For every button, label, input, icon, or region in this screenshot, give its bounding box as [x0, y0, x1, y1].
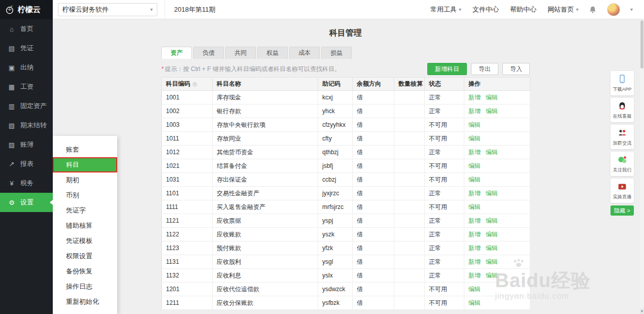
- add-link[interactable]: 新增: [468, 108, 481, 115]
- float-join-group[interactable]: 加群交流: [611, 125, 634, 149]
- edit-link[interactable]: 编辑: [486, 231, 498, 238]
- cell-qty: [394, 241, 425, 255]
- topbar-link-site-home[interactable]: 网站首页▾: [548, 5, 579, 14]
- cell-direction: 借: [353, 104, 394, 118]
- submenu-item-voucher-template[interactable]: 凭证模板: [53, 233, 117, 249]
- tab-assets[interactable]: 资产: [161, 47, 192, 59]
- edit-link[interactable]: 编辑: [486, 149, 498, 156]
- bell-icon[interactable]: [589, 6, 597, 14]
- edit-link[interactable]: 编辑: [486, 190, 498, 197]
- edit-link[interactable]: 编辑: [468, 176, 481, 183]
- float-follow-us[interactable]: 关注我们: [611, 152, 634, 176]
- scrollbar-thumb[interactable]: [640, 20, 643, 68]
- cell-mnemonic: jsbfj: [318, 159, 353, 173]
- avatar[interactable]: [607, 3, 620, 16]
- edit-link[interactable]: 编辑: [486, 245, 498, 252]
- add-link[interactable]: 新增: [468, 272, 481, 279]
- tab-cost[interactable]: 成本: [289, 47, 320, 59]
- topbar-link-file-center[interactable]: 文件中心: [472, 5, 499, 14]
- sidebar-item-voucher[interactable]: ▤凭证: [0, 39, 53, 58]
- search-hint: *提示：按 Ctrl + F 键并输入科目编码或者科目名称可以查找科目。: [161, 65, 341, 74]
- scroll-down-arrow-icon[interactable]: ▼: [640, 308, 644, 314]
- column-header-status: 状态: [425, 78, 464, 91]
- add-link[interactable]: 新增: [468, 94, 481, 101]
- scrollbar: ▼: [640, 19, 644, 314]
- submenu-item-backup-restore[interactable]: 备份恢复: [53, 264, 117, 279]
- submenu-item-voucher-word[interactable]: 凭证字: [53, 203, 117, 218]
- edit-link[interactable]: 编辑: [468, 299, 481, 306]
- submenu-item-subjects[interactable]: 科目: [53, 157, 117, 172]
- cell-qty: [394, 228, 425, 241]
- topbar-link-label: 网站首页: [548, 5, 574, 14]
- cell-qty: [394, 159, 425, 173]
- hide-floatbar-button[interactable]: 隐藏 >: [611, 205, 634, 216]
- float-live-stream[interactable]: 实操直播: [611, 179, 634, 203]
- column-header-label: 余额方向: [357, 80, 381, 87]
- tab-liabilities[interactable]: 负债: [193, 47, 224, 59]
- topbar-link-common-tools[interactable]: 常用工具▾: [430, 5, 461, 14]
- cell-code: 1031: [162, 173, 213, 187]
- add-link[interactable]: 新增: [468, 258, 481, 265]
- submenu-item-operation-log[interactable]: 操作日志: [53, 279, 117, 294]
- add-subject-button[interactable]: 新增科目: [427, 63, 467, 75]
- edit-link[interactable]: 编辑: [468, 286, 481, 293]
- cell-status: 不可用: [425, 118, 464, 132]
- sidebar-item-home[interactable]: ⌂首页: [0, 19, 53, 39]
- cell-code: 1121: [162, 214, 213, 228]
- edit-link[interactable]: 编辑: [468, 162, 481, 169]
- sidebar-item-tax[interactable]: ¥税务: [0, 173, 53, 193]
- edit-link[interactable]: 编辑: [486, 217, 498, 224]
- add-link[interactable]: 新增: [468, 245, 481, 252]
- sidebar-item-cashier[interactable]: ▣出纳: [0, 58, 53, 77]
- sidebar-item-fixed-assets[interactable]: ▥固定资产: [0, 96, 53, 116]
- add-link[interactable]: 新增: [468, 149, 481, 156]
- edit-link[interactable]: 编辑: [468, 203, 481, 211]
- tab-profit-loss[interactable]: 损益: [321, 47, 352, 59]
- avatar-chevron-icon[interactable]: ▾: [630, 7, 633, 12]
- product-select[interactable]: 柠檬云财务软件 ▾: [58, 3, 157, 16]
- float-download-app[interactable]: 下载APP: [611, 71, 634, 95]
- tab-equity[interactable]: 权益: [257, 47, 288, 59]
- sidebar-item-salary[interactable]: ▦工资: [0, 77, 53, 96]
- column-header-label: 数量核算: [398, 80, 423, 87]
- add-link[interactable]: 新增: [468, 231, 481, 238]
- float-label: 下载APP: [613, 86, 632, 93]
- table-row: 1003存放中央银行款项cfzyyhkx借不可用编辑: [162, 118, 530, 132]
- edit-link[interactable]: 编辑: [486, 272, 498, 279]
- sidebar-item-ledger[interactable]: ▨账簿: [0, 135, 53, 154]
- edit-link[interactable]: 编辑: [468, 135, 481, 142]
- edit-link[interactable]: 编辑: [468, 121, 481, 128]
- tab-common[interactable]: 共同: [225, 47, 256, 59]
- submenu-item-account-set[interactable]: 账套: [53, 142, 117, 157]
- cell-status: 正常: [425, 214, 464, 228]
- sidebar-item-report[interactable]: ↗报表: [0, 154, 53, 173]
- sidebar-item-settings[interactable]: ⚙设置: [0, 193, 53, 212]
- submenu-item-auxiliary-accounting[interactable]: 辅助核算: [53, 218, 117, 233]
- sidebar-item-period-end[interactable]: ▧期末结转: [0, 116, 53, 135]
- edit-link[interactable]: 编辑: [486, 108, 498, 115]
- edit-link[interactable]: 编辑: [486, 258, 498, 265]
- cell-mnemonic: ysfbzk: [318, 296, 353, 310]
- import-button[interactable]: 导入: [502, 63, 530, 75]
- submenu-item-permission-settings[interactable]: 权限设置: [53, 249, 117, 264]
- topbar-link-help-center[interactable]: 帮助中心: [510, 5, 536, 14]
- cell-mnemonic: ccbzj: [318, 173, 353, 187]
- submenu-item-reinitialize[interactable]: 重新初始化: [53, 294, 117, 309]
- submenu-item-opening-balance[interactable]: 期初: [53, 172, 117, 188]
- cell-status: 正常: [425, 269, 464, 283]
- add-link[interactable]: 新增: [468, 217, 481, 224]
- cell-qty: [394, 255, 425, 269]
- export-button[interactable]: 导出: [471, 63, 498, 75]
- cell-actions: 编辑: [464, 132, 530, 146]
- column-header-qty: 数量核算: [394, 78, 425, 91]
- sidebar-item-label: 期末结转: [20, 121, 47, 130]
- cell-direction: 借: [353, 214, 394, 228]
- cell-mnemonic: cfty: [318, 132, 353, 146]
- cell-name: 应收代位追偿款: [213, 283, 318, 296]
- submenu-item-currency[interactable]: 币别: [53, 188, 117, 203]
- float-label: 实操直播: [613, 194, 632, 200]
- add-link[interactable]: 新增: [468, 190, 481, 197]
- cell-status: 正常: [425, 228, 464, 241]
- edit-link[interactable]: 编辑: [486, 94, 498, 101]
- float-online-service[interactable]: 在线客服: [611, 98, 634, 122]
